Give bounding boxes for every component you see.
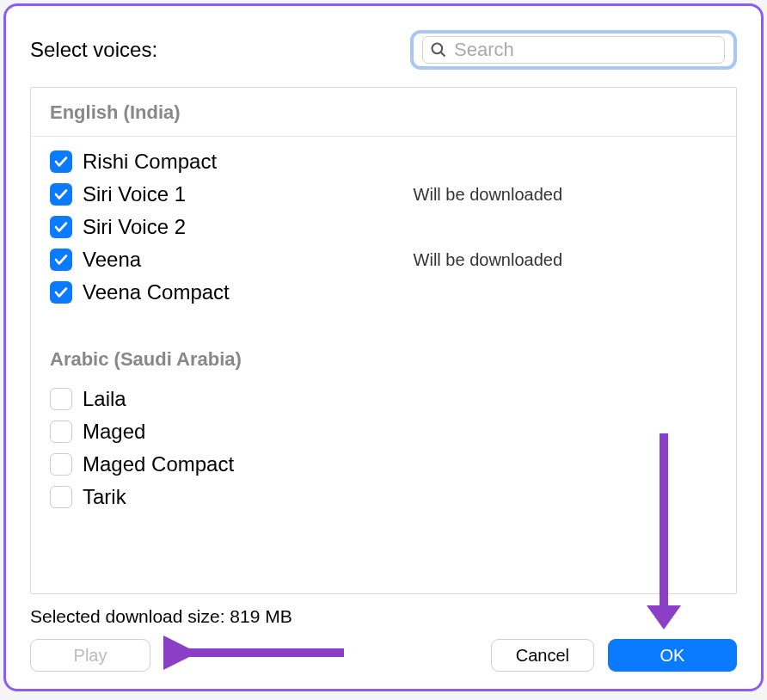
- search-icon: [430, 41, 447, 58]
- voice-row[interactable]: Laila: [31, 383, 736, 415]
- cancel-button[interactable]: Cancel: [491, 639, 594, 672]
- voice-checkbox-checked[interactable]: [50, 150, 72, 173]
- voice-checkbox-unchecked[interactable]: [50, 486, 72, 508]
- voice-checkbox-checked[interactable]: [50, 281, 72, 304]
- voice-row[interactable]: Rishi Compact: [31, 145, 736, 178]
- voice-checkbox-unchecked[interactable]: [50, 453, 72, 476]
- voice-row[interactable]: Siri Voice 1 Will be downloaded: [31, 178, 736, 211]
- voice-row[interactable]: Veena Will be downloaded: [31, 243, 736, 276]
- dialog-header: Select voices:: [30, 30, 737, 70]
- voice-label: Tarik: [83, 485, 126, 509]
- search-input[interactable]: [454, 39, 717, 61]
- group-header-arabic-saudi-arabia: Arabic (Saudi Arabia): [31, 314, 736, 383]
- voice-row[interactable]: Veena Compact: [31, 276, 736, 309]
- select-voices-dialog: Select voices: English (India) Rishi Co: [3, 3, 764, 691]
- voice-status: Will be downloaded: [414, 250, 717, 270]
- voice-label: Siri Voice 2: [83, 215, 186, 239]
- voice-label: Veena Compact: [83, 280, 230, 304]
- voice-row[interactable]: Maged Compact: [31, 448, 736, 481]
- svg-point-0: [433, 44, 443, 54]
- dialog-title: Select voices:: [30, 38, 157, 62]
- voice-checkbox-unchecked[interactable]: [50, 421, 72, 443]
- voice-checkbox-checked[interactable]: [50, 216, 72, 238]
- dialog-footer: Selected download size: 819 MB Play Canc…: [30, 606, 737, 672]
- voice-label: Siri Voice 1: [83, 182, 186, 206]
- play-button[interactable]: Play: [30, 639, 150, 672]
- voice-list[interactable]: English (India) Rishi Compact Siri Voice…: [30, 87, 737, 594]
- download-size-label: Selected download size: 819 MB: [30, 606, 737, 627]
- voice-row[interactable]: Siri Voice 2: [31, 211, 736, 243]
- voice-checkbox-checked[interactable]: [50, 183, 72, 206]
- voice-status: Will be downloaded: [414, 185, 717, 205]
- search-field-wrap[interactable]: [410, 30, 737, 70]
- voice-row[interactable]: Tarik: [31, 481, 736, 513]
- group-header-english-india: English (India): [31, 88, 736, 137]
- voice-label: Maged Compact: [83, 452, 234, 476]
- voice-label: Laila: [83, 387, 126, 411]
- voice-label: Veena: [83, 248, 141, 272]
- voice-checkbox-checked[interactable]: [50, 249, 72, 271]
- voice-label: Rishi Compact: [83, 150, 217, 174]
- ok-button[interactable]: OK: [608, 639, 737, 672]
- voice-checkbox-unchecked[interactable]: [50, 388, 72, 410]
- voice-label: Maged: [83, 420, 145, 444]
- svg-line-1: [441, 52, 445, 57]
- voice-row[interactable]: Maged: [31, 415, 736, 448]
